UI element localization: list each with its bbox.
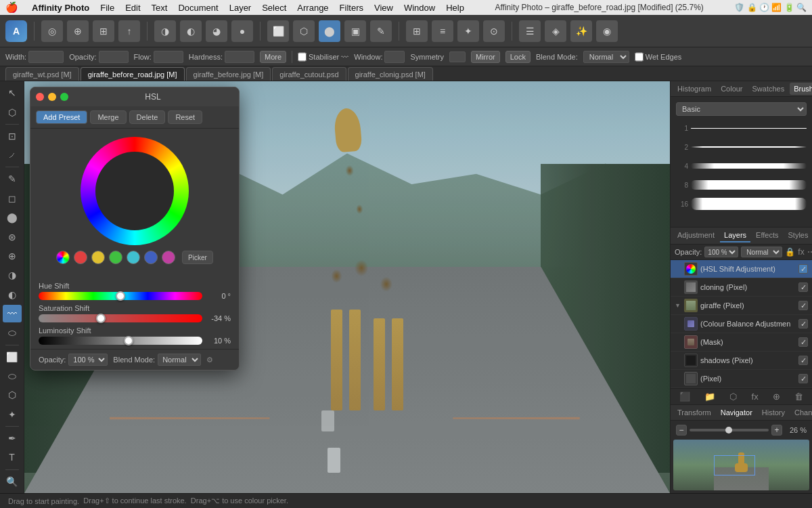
layer-item-cloning[interactable]: cloning (Pixel) ✓ bbox=[671, 278, 812, 297]
menu-select[interactable]: Select bbox=[262, 3, 286, 13]
nav-viewport-rect[interactable] bbox=[714, 455, 754, 475]
tool-blur[interactable]: ⬭ bbox=[3, 324, 22, 341]
brush-item-16[interactable]: 16 bbox=[673, 194, 809, 213]
tb-grid[interactable]: ⊞ bbox=[406, 20, 428, 42]
menu-file[interactable]: File bbox=[100, 3, 114, 13]
layer-new-button[interactable]: ⬛ bbox=[679, 391, 690, 402]
zoom-in-button[interactable]: + bbox=[771, 425, 782, 436]
swatch-yellow[interactable] bbox=[91, 251, 105, 264]
layer-delete-button[interactable]: 🗑 bbox=[794, 391, 803, 402]
tb-share[interactable]: ↑ bbox=[118, 20, 140, 42]
tb-persona-photo[interactable]: ◎ bbox=[41, 20, 63, 42]
layer-item-mask[interactable]: (Mask) ✓ bbox=[671, 333, 812, 352]
wet-edges-checkbox[interactable] bbox=[635, 51, 644, 63]
blend-mode-select[interactable]: Normal Multiply Screen bbox=[583, 51, 629, 63]
tool-pen[interactable]: ✒ bbox=[3, 429, 22, 447]
menu-window[interactable]: Window bbox=[404, 3, 435, 13]
menu-layer[interactable]: Layer bbox=[229, 3, 252, 13]
delete-button[interactable]: Delete bbox=[129, 110, 166, 124]
tb-free-select[interactable]: ⬡ bbox=[293, 20, 315, 42]
tb-rect-select[interactable]: ⬜ bbox=[267, 20, 289, 42]
layer-tab-layers[interactable]: Layers bbox=[720, 229, 750, 242]
mirror-button[interactable]: Mirror bbox=[471, 51, 500, 63]
lum-shift-thumb[interactable] bbox=[124, 336, 133, 345]
layers-blend-select[interactable]: Normal bbox=[741, 247, 782, 257]
menu-filters[interactable]: Filters bbox=[340, 3, 363, 13]
tool-zoom[interactable]: 🔍 bbox=[3, 473, 22, 490]
window-minimize-button[interactable] bbox=[48, 93, 56, 101]
swatch-cyan[interactable] bbox=[127, 251, 140, 264]
layer-vis-giraffe[interactable]: ✓ bbox=[798, 301, 808, 310]
tb-extra1[interactable]: ⊙ bbox=[483, 20, 505, 42]
navigator-preview[interactable] bbox=[673, 440, 809, 490]
window-maximize-button[interactable] bbox=[60, 93, 68, 101]
layer-item-hsl[interactable]: (HSL Shift Adjustment) ✓ bbox=[671, 260, 812, 278]
add-preset-button[interactable]: Add Preset bbox=[36, 110, 87, 124]
tool-straighten[interactable]: ⟋ bbox=[3, 146, 22, 164]
layer-vis-hsl[interactable]: ✓ bbox=[798, 264, 808, 274]
tool-paintbrush[interactable]: ✎ bbox=[3, 170, 22, 188]
tab-giraffe-before[interactable]: giraffe_before.jpg [M] bbox=[186, 67, 271, 81]
tb-pen[interactable]: ✎ bbox=[370, 20, 392, 42]
tb-persona-develop[interactable]: ⊕ bbox=[67, 20, 89, 42]
tab-giraffe-clonig[interactable]: giraffe_clonig.psd [M] bbox=[348, 67, 433, 81]
layer-vis-cloning[interactable]: ✓ bbox=[798, 282, 808, 292]
tool-dodge[interactable]: ◑ bbox=[3, 266, 22, 284]
sat-shift-slider[interactable] bbox=[39, 314, 202, 322]
tool-selection-ellipse[interactable]: ⬭ bbox=[3, 367, 22, 385]
layers-opacity-select[interactable]: 100 % bbox=[704, 247, 738, 257]
tb-brush[interactable]: ⬤ bbox=[319, 20, 340, 42]
hsl-blend-select[interactable]: Normal Multiply bbox=[158, 354, 201, 366]
more-button[interactable]: More bbox=[260, 51, 286, 63]
layer-lock-icon[interactable]: 🔒 bbox=[785, 247, 795, 257]
hsl-settings-icon[interactable]: ⚙ bbox=[206, 356, 213, 364]
hue-shift-slider[interactable] bbox=[39, 292, 202, 300]
tool-burn[interactable]: ◐ bbox=[3, 285, 22, 303]
menu-document[interactable]: Document bbox=[178, 3, 218, 13]
swatch-blue[interactable] bbox=[144, 251, 158, 264]
layer-tab-effects[interactable]: Effects bbox=[752, 229, 782, 242]
tb-adjustments[interactable]: ◈ bbox=[545, 20, 566, 42]
color-wheel[interactable] bbox=[81, 137, 189, 245]
menu-view[interactable]: View bbox=[374, 3, 393, 13]
hardness-input[interactable]: 0 % bbox=[225, 51, 254, 63]
brush-category-select[interactable]: Basic Natural Artistic bbox=[676, 102, 807, 116]
tb-channels[interactable]: ◉ bbox=[596, 20, 618, 42]
layer-group-button[interactable]: 📁 bbox=[704, 391, 715, 402]
layer-vis-mask[interactable]: ✓ bbox=[798, 337, 808, 347]
brush-item-8[interactable]: 8 bbox=[673, 175, 809, 194]
layer-adjust-button[interactable]: fx bbox=[752, 391, 759, 402]
layer-mask-button[interactable]: ⬡ bbox=[729, 391, 737, 402]
hue-shift-thumb[interactable] bbox=[116, 291, 125, 301]
panel-tab-colour[interactable]: Colour bbox=[717, 83, 746, 95]
layer-tab-styles[interactable]: Styles bbox=[784, 229, 813, 242]
layer-blend-button[interactable]: ⊕ bbox=[773, 391, 780, 402]
layer-expand-giraffe[interactable]: ▼ bbox=[675, 302, 681, 309]
layer-fx-icon[interactable]: fx bbox=[798, 247, 804, 257]
nav-tab-navigator[interactable]: Navigator bbox=[717, 406, 757, 419]
zoom-out-button[interactable]: − bbox=[676, 425, 687, 436]
tb-snapping[interactable]: ✦ bbox=[457, 20, 479, 42]
panel-tab-swatches[interactable]: Swatches bbox=[748, 83, 789, 95]
layer-more-icon[interactable]: ⋯ bbox=[807, 247, 812, 257]
symmetry-input[interactable]: 1 bbox=[449, 51, 466, 62]
tool-clone[interactable]: ⊛ bbox=[3, 228, 22, 245]
window-close-button[interactable] bbox=[36, 93, 44, 101]
tab-giraffe-wt[interactable]: giraffe_wt.psd [M] bbox=[5, 67, 79, 81]
layer-item-colour-balance[interactable]: (Colour Balance Adjustmen ✓ bbox=[671, 315, 812, 333]
tb-color1[interactable]: ◑ bbox=[154, 20, 176, 42]
stabiliser-checkbox[interactable] bbox=[298, 51, 307, 63]
layer-item-giraffe[interactable]: ▼ giraffe (Pixel) ✓ bbox=[671, 297, 812, 315]
canvas-area[interactable]: HSL Add Preset Merge Delete Reset bbox=[24, 81, 670, 493]
brush-item-1[interactable]: 1 bbox=[673, 119, 809, 137]
menu-edit[interactable]: Edit bbox=[125, 3, 140, 13]
layer-item-shadows[interactable]: shadows (Pixel) ✓ bbox=[671, 352, 812, 370]
tb-mask[interactable]: ▣ bbox=[344, 20, 366, 42]
tool-selection-rect[interactable]: ⬜ bbox=[3, 347, 22, 365]
menu-help[interactable]: Help bbox=[446, 3, 464, 13]
panel-tab-brushes[interactable]: Brushes bbox=[790, 83, 812, 95]
tb-guides[interactable]: ≡ bbox=[432, 20, 453, 42]
color-wheel-ring[interactable] bbox=[81, 137, 189, 245]
opacity-input[interactable]: 100 % bbox=[99, 51, 129, 63]
tb-color4[interactable]: ● bbox=[231, 20, 253, 42]
